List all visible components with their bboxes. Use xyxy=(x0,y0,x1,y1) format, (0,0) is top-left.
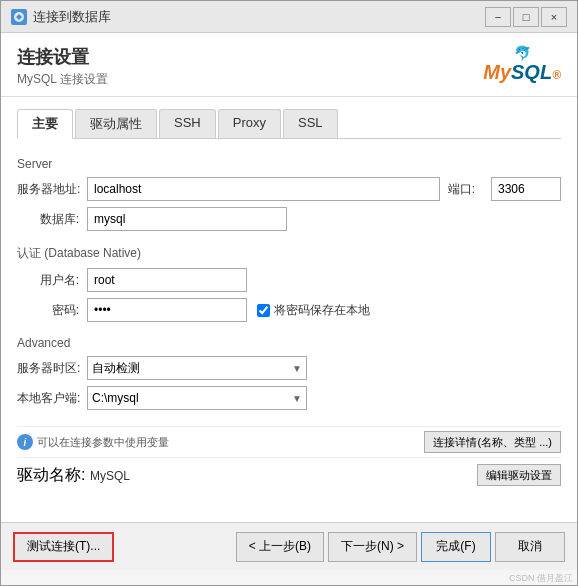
cancel-button[interactable]: 取消 xyxy=(495,532,565,562)
auth-section-label: 认证 (Database Native) xyxy=(17,245,561,262)
db-row: 数据库: xyxy=(17,207,561,231)
timezone-select[interactable]: 自动检测 ▼ xyxy=(87,356,307,380)
close-button[interactable]: × xyxy=(541,7,567,27)
page-subtitle: MySQL 连接设置 xyxy=(17,71,108,88)
info-text: 可以在连接参数中使用变量 xyxy=(37,435,169,450)
tabs-bar: 主要 驱动属性 SSH Proxy SSL xyxy=(17,109,561,139)
password-controls: 将密码保存在本地 xyxy=(87,298,370,322)
footer-right: < 上一步(B) 下一步(N) > 完成(F) 取消 xyxy=(236,532,565,562)
footer-left: 测试连接(T)... xyxy=(13,532,114,562)
tab-driver-props[interactable]: 驱动属性 xyxy=(75,109,157,138)
password-row: 密码: 将密码保存在本地 xyxy=(17,298,561,322)
username-label: 用户名: xyxy=(17,272,87,289)
tab-ssh[interactable]: SSH xyxy=(159,109,216,138)
info-bar: i 可以在连接参数中使用变量 连接详情(名称、类型 ...) xyxy=(17,426,561,458)
driver-name-area: 驱动名称: MySQL xyxy=(17,465,130,486)
save-password-label[interactable]: 将密码保存在本地 xyxy=(257,302,370,319)
finish-button[interactable]: 完成(F) xyxy=(421,532,491,562)
title-bar-left: 连接到数据库 xyxy=(11,8,111,26)
watermark: CSDN 借月盈江 xyxy=(1,570,577,585)
timezone-arrow-icon: ▼ xyxy=(292,363,302,374)
info-text-area: i 可以在连接参数中使用变量 xyxy=(17,434,169,450)
timezone-label: 服务器时区: xyxy=(17,360,87,377)
main-window: 连接到数据库 − □ × 连接设置 MySQL 连接设置 🐬 MySQL® 主要… xyxy=(0,0,578,586)
password-label: 密码: xyxy=(17,302,87,319)
port-label: 端口: xyxy=(448,181,483,198)
window-icon xyxy=(11,9,27,25)
advanced-section-label: Advanced xyxy=(17,336,561,350)
back-button[interactable]: < 上一步(B) xyxy=(236,532,324,562)
mysql-logo: 🐬 MySQL® xyxy=(483,45,561,84)
server-section-label: Server xyxy=(17,157,561,171)
conn-detail-button[interactable]: 连接详情(名称、类型 ...) xyxy=(424,431,561,453)
db-input[interactable] xyxy=(87,207,287,231)
driver-name-label: 驱动名称: xyxy=(17,466,85,483)
title-bar: 连接到数据库 − □ × xyxy=(1,1,577,33)
client-select[interactable]: C:\mysql ▼ xyxy=(87,386,307,410)
test-connection-button[interactable]: 测试连接(T)... xyxy=(13,532,114,562)
save-password-checkbox[interactable] xyxy=(257,304,270,317)
tab-proxy[interactable]: Proxy xyxy=(218,109,281,138)
header-text: 连接设置 MySQL 连接设置 xyxy=(17,45,108,88)
page-title: 连接设置 xyxy=(17,45,108,69)
db-label: 数据库: xyxy=(17,211,87,228)
driver-row: 驱动名称: MySQL 编辑驱动设置 xyxy=(17,464,561,486)
host-input[interactable] xyxy=(87,177,440,201)
tab-ssl[interactable]: SSL xyxy=(283,109,338,138)
username-input[interactable] xyxy=(87,268,247,292)
footer: 测试连接(T)... < 上一步(B) 下一步(N) > 完成(F) 取消 xyxy=(1,522,577,570)
client-row: 本地客户端: C:\mysql ▼ xyxy=(17,386,561,410)
client-value: C:\mysql xyxy=(92,391,139,405)
save-password-text: 将密码保存在本地 xyxy=(274,302,370,319)
title-controls: − □ × xyxy=(485,7,567,27)
mysql-logo-text: My xyxy=(483,61,511,83)
port-input[interactable] xyxy=(491,177,561,201)
driver-name-value: MySQL xyxy=(90,469,130,483)
header-area: 连接设置 MySQL 连接设置 🐬 MySQL® xyxy=(1,33,577,97)
host-row: 服务器地址: 端口: xyxy=(17,177,561,201)
client-arrow-icon: ▼ xyxy=(292,393,302,404)
info-icon: i xyxy=(17,434,33,450)
tab-main[interactable]: 主要 xyxy=(17,109,73,139)
edit-driver-button[interactable]: 编辑驱动设置 xyxy=(477,464,561,486)
next-button[interactable]: 下一步(N) > xyxy=(328,532,417,562)
minimize-button[interactable]: − xyxy=(485,7,511,27)
content-area: 主要 驱动属性 SSH Proxy SSL Server 服务器地址: 端口: … xyxy=(1,97,577,522)
client-label: 本地客户端: xyxy=(17,390,87,407)
password-input[interactable] xyxy=(87,298,247,322)
username-row: 用户名: xyxy=(17,268,561,292)
timezone-value: 自动检测 xyxy=(92,360,140,377)
timezone-row: 服务器时区: 自动检测 ▼ xyxy=(17,356,561,380)
window-title: 连接到数据库 xyxy=(33,8,111,26)
maximize-button[interactable]: □ xyxy=(513,7,539,27)
host-label: 服务器地址: xyxy=(17,181,87,198)
